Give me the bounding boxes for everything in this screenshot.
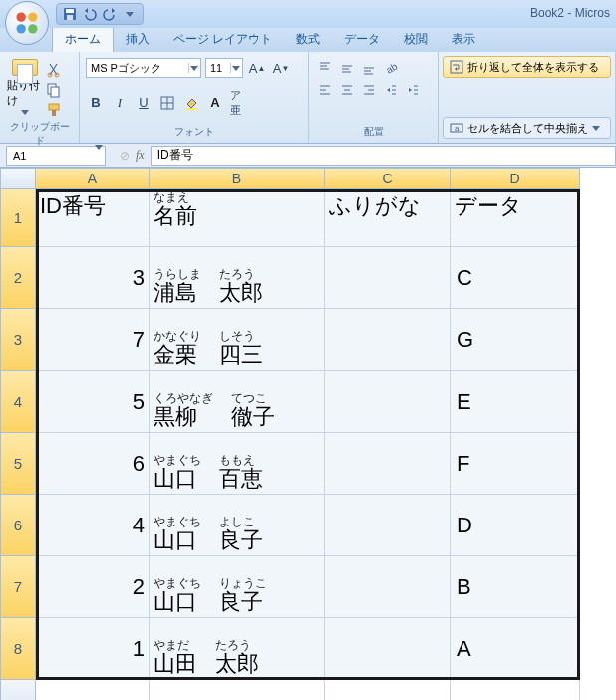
svg-point-1 xyxy=(28,13,37,22)
cell-A9[interactable] xyxy=(36,680,150,700)
redo-icon[interactable] xyxy=(103,7,117,21)
cell-A1[interactable]: ID番号 xyxy=(36,189,150,247)
fill-color-button[interactable] xyxy=(181,93,201,113)
row-header-6[interactable]: 6 xyxy=(0,495,36,556)
cell-D1[interactable]: データ xyxy=(451,189,580,247)
cell-B3[interactable]: かなぐり金栗しそう四三 xyxy=(150,309,325,371)
formula-bar[interactable]: ID番号 xyxy=(151,146,616,166)
cell-B5[interactable]: やまぐち山口ももえ百恵 xyxy=(150,433,325,495)
cell-B9[interactable] xyxy=(150,680,325,700)
office-button[interactable] xyxy=(5,1,49,45)
save-icon[interactable] xyxy=(63,7,77,21)
cell-B6[interactable]: やまぐち山口よしこ良子 xyxy=(150,495,325,556)
cell-A4[interactable]: 5 xyxy=(36,371,150,433)
cell-B8[interactable]: やまだ山田たろう太郎 xyxy=(150,618,325,680)
cell-D9[interactable] xyxy=(451,680,580,700)
chevron-down-icon xyxy=(592,126,600,131)
copy-icon[interactable] xyxy=(46,82,62,98)
svg-rect-10 xyxy=(51,87,59,97)
paste-icon xyxy=(12,59,38,76)
cell-A5[interactable]: 6 xyxy=(36,433,150,495)
select-all-corner[interactable] xyxy=(0,168,36,189)
cell-C9[interactable] xyxy=(325,680,451,700)
tab-home[interactable]: ホーム xyxy=(52,26,114,52)
increase-font-icon[interactable]: A▲ xyxy=(247,58,267,78)
bold-button[interactable]: B xyxy=(86,93,106,113)
cell-C7[interactable] xyxy=(325,556,451,618)
merge-center-button[interactable]: a セルを結合して中央揃え xyxy=(443,117,611,139)
underline-button[interactable]: U xyxy=(134,93,154,113)
font-name-combo[interactable]: MS Pゴシック xyxy=(86,58,201,78)
row-header-2[interactable]: 2 xyxy=(0,247,36,309)
qat-dropdown-icon[interactable] xyxy=(123,7,137,21)
cell-A3[interactable]: 7 xyxy=(36,309,150,371)
row-header-3[interactable]: 3 xyxy=(0,309,36,371)
ribbon-tabs: ホーム 挿入 ページ レイアウト 数式 データ 校閲 表示 xyxy=(0,28,616,52)
cell-D7[interactable]: B xyxy=(451,556,580,618)
indent-decrease-icon[interactable] xyxy=(381,80,401,100)
phonetic-button[interactable]: ア亜 xyxy=(229,93,249,113)
orientation-icon[interactable]: ab xyxy=(381,58,401,78)
tab-review[interactable]: 校閲 xyxy=(392,27,440,52)
cell-D2[interactable]: C xyxy=(451,247,580,309)
cell-C2[interactable] xyxy=(325,247,451,309)
column-header-A[interactable]: A xyxy=(36,168,150,189)
undo-icon[interactable] xyxy=(83,7,97,21)
cut-icon[interactable] xyxy=(46,62,62,78)
cell-B1[interactable]: なまえ名前 xyxy=(150,189,325,247)
align-center-icon[interactable] xyxy=(337,80,357,100)
column-header-B[interactable]: B xyxy=(150,168,325,189)
fx-cancel-icon[interactable]: ⊘ xyxy=(120,149,130,163)
wrap-text-button[interactable]: 折り返して全体を表示する xyxy=(443,56,611,78)
indent-increase-icon[interactable] xyxy=(403,80,423,100)
italic-button[interactable]: I xyxy=(110,93,130,113)
align-top-icon[interactable] xyxy=(315,58,335,78)
fx-icon[interactable]: fx xyxy=(136,148,145,163)
align-left-icon[interactable] xyxy=(315,80,335,100)
cell-D8[interactable]: A xyxy=(451,618,580,680)
row-header-1[interactable]: 1 xyxy=(0,189,36,247)
column-header-C[interactable]: C xyxy=(325,168,451,189)
cell-B7[interactable]: やまぐち山口りょうこ良子 xyxy=(150,556,325,618)
cell-B4[interactable]: くろやなぎ黒柳てつこ徹子 xyxy=(150,371,325,433)
cell-A6[interactable]: 4 xyxy=(36,495,150,556)
cell-C8[interactable] xyxy=(325,618,451,680)
cell-D5[interactable]: F xyxy=(451,433,580,495)
formula-bar-row: A1 ⊘ fx ID番号 xyxy=(0,144,616,168)
tab-formula[interactable]: 数式 xyxy=(284,27,332,52)
worksheet[interactable]: ABCD 1ID番号なまえ名前ふりがなデータ23うらしま浦島たろう太郎C37かな… xyxy=(0,168,616,700)
cell-B2[interactable]: うらしま浦島たろう太郎 xyxy=(150,247,325,309)
cell-D6[interactable]: D xyxy=(451,495,580,556)
decrease-font-icon[interactable]: A▼ xyxy=(271,58,291,78)
name-box[interactable]: A1 xyxy=(6,146,106,166)
align-bottom-icon[interactable] xyxy=(359,58,379,78)
paste-button[interactable]: 貼り付け xyxy=(6,58,44,116)
row-header-9[interactable] xyxy=(0,680,36,700)
row-header-8[interactable]: 8 xyxy=(0,618,36,680)
column-header-D[interactable]: D xyxy=(451,168,580,189)
font-color-button[interactable]: A xyxy=(205,93,225,113)
cell-A8[interactable]: 1 xyxy=(36,618,150,680)
align-middle-icon[interactable] xyxy=(337,58,357,78)
tab-data[interactable]: データ xyxy=(332,27,392,52)
align-right-icon[interactable] xyxy=(359,80,379,100)
font-title: フォント xyxy=(86,123,302,141)
cell-C4[interactable] xyxy=(325,371,451,433)
cell-C3[interactable] xyxy=(325,309,451,371)
cell-D4[interactable]: E xyxy=(451,371,580,433)
cell-C1[interactable]: ふりがな xyxy=(325,189,451,247)
row-header-5[interactable]: 5 xyxy=(0,433,36,495)
tab-layout[interactable]: ページ レイアウト xyxy=(161,27,284,52)
row-header-4[interactable]: 4 xyxy=(0,371,36,433)
font-size-combo[interactable]: 11 xyxy=(205,58,243,78)
tab-insert[interactable]: 挿入 xyxy=(114,27,161,52)
tab-view[interactable]: 表示 xyxy=(440,27,487,52)
row-header-7[interactable]: 7 xyxy=(0,556,36,618)
cell-A7[interactable]: 2 xyxy=(36,556,150,618)
border-button[interactable] xyxy=(157,93,177,113)
cell-A2[interactable]: 3 xyxy=(36,247,150,309)
cell-D3[interactable]: G xyxy=(451,309,580,371)
cell-C5[interactable] xyxy=(325,433,451,495)
format-painter-icon[interactable] xyxy=(46,102,62,118)
cell-C6[interactable] xyxy=(325,495,451,556)
